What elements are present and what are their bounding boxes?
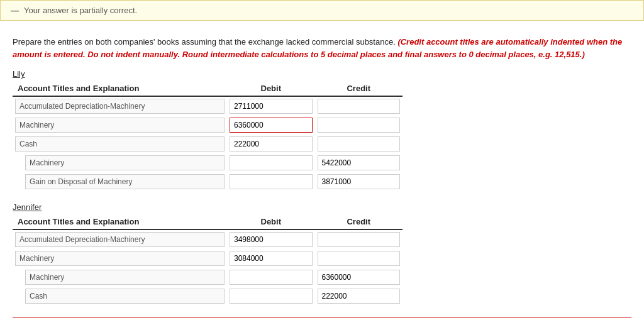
account-input[interactable] — [25, 155, 225, 170]
table-row — [13, 229, 402, 249]
table-row — [13, 153, 402, 172]
table-row — [13, 116, 402, 135]
debit-input[interactable] — [230, 289, 313, 304]
alert-bar: — Your answer is partially correct. — [0, 0, 644, 21]
credit-input[interactable] — [318, 270, 401, 285]
lily-table: Account Titles and Explanation Debit Cre… — [13, 81, 402, 191]
account-input[interactable] — [15, 118, 225, 133]
credit-input[interactable] — [318, 251, 401, 266]
jennifer-header-account: Account Titles and Explanation — [13, 214, 227, 229]
alert-icon: — — [11, 6, 19, 15]
table-row — [13, 268, 402, 287]
credit-input[interactable] — [318, 118, 401, 133]
account-input[interactable] — [25, 270, 225, 285]
lily-label: Lily — [13, 69, 631, 79]
account-input[interactable] — [15, 232, 225, 247]
credit-input[interactable] — [318, 232, 401, 247]
table-row — [13, 172, 402, 191]
bottom-divider — [13, 317, 631, 317]
lily-header-credit: Credit — [315, 81, 403, 96]
debit-input[interactable] — [230, 136, 313, 152]
debit-input[interactable] — [230, 232, 313, 247]
debit-input[interactable] — [230, 155, 313, 170]
debit-input[interactable] — [230, 118, 313, 133]
jennifer-header-credit: Credit — [315, 214, 403, 229]
table-row — [13, 249, 402, 268]
account-input[interactable] — [15, 251, 225, 266]
credit-input[interactable] — [318, 99, 401, 114]
credit-input[interactable] — [318, 289, 401, 304]
credit-input[interactable] — [318, 174, 401, 189]
debit-input[interactable] — [230, 270, 313, 285]
account-input[interactable] — [25, 289, 225, 304]
debit-input[interactable] — [230, 99, 313, 114]
jennifer-label: Jennifer — [13, 202, 631, 212]
account-input[interactable] — [15, 99, 225, 114]
lily-header-debit: Debit — [227, 81, 315, 96]
lily-header-account: Account Titles and Explanation — [13, 81, 227, 96]
instructions-text: Prepare the entries on both companies' b… — [13, 36, 631, 60]
jennifer-table: Account Titles and Explanation Debit Cre… — [13, 214, 402, 306]
account-input[interactable] — [15, 136, 225, 152]
debit-input[interactable] — [230, 174, 313, 189]
jennifer-header-debit: Debit — [227, 214, 315, 229]
alert-message: Your answer is partially correct. — [24, 6, 137, 15]
table-row — [13, 287, 402, 306]
table-row — [13, 135, 402, 153]
account-input[interactable] — [25, 174, 225, 189]
debit-input[interactable] — [230, 251, 313, 266]
credit-input[interactable] — [318, 155, 401, 170]
credit-input[interactable] — [318, 136, 401, 152]
table-row — [13, 96, 402, 116]
